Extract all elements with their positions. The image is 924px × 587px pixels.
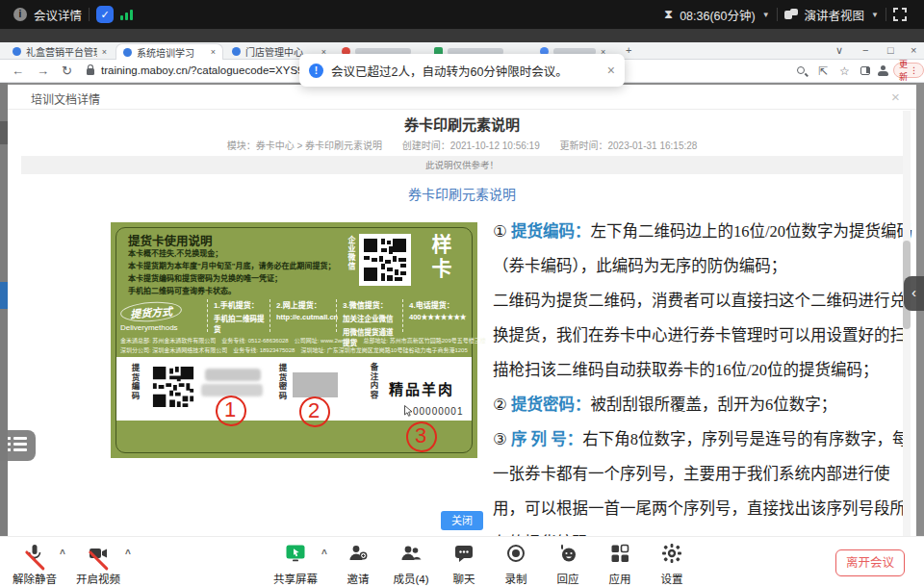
panel-collapse-handle[interactable]: ‹ <box>904 276 924 311</box>
security-shield-icon[interactable]: ✓ <box>96 6 114 23</box>
remark-label: 备注内容 <box>368 363 379 399</box>
card-usage-line: 手机拍二维码可查询券卡状态。 <box>128 285 236 295</box>
meeting-toolbar: 解除静音 ^ 开启视频 ^ 共享屏幕 ^ 邀请 <box>0 536 924 587</box>
browser-tab-2-active[interactable]: 系统培训学习 × <box>116 43 223 60</box>
left-sidebar-active-item[interactable] <box>0 282 8 309</box>
pickup-qr-code <box>149 363 197 411</box>
browser-tab-1[interactable]: 礼盒营销平台管理中心 × <box>6 43 114 60</box>
start-video-label: 开启视频 <box>67 571 129 586</box>
reaction-icon <box>557 550 578 567</box>
layout-view-icon <box>784 9 798 20</box>
point-2: ② 提货密码：被刮刮银所覆盖，刮开为6位数字； <box>493 388 918 422</box>
doc-meta: 模块：券卡中心 > 券卡印刷元素说明 创建时间：2021-10-12 10:56… <box>8 138 916 152</box>
forward-icon[interactable]: → <box>37 64 49 78</box>
shared-screen: 礼盒营销平台管理中心 × 系统培训学习 × 门店管理中心 × <box>0 29 924 536</box>
mark-3: 3 <box>408 423 433 448</box>
meeting-details-button[interactable]: i 会议详情 ✓ <box>13 0 133 29</box>
gear-icon <box>661 550 682 567</box>
window-close-icon[interactable]: × <box>911 44 916 56</box>
doc-updated: 更新时间：2023-01-31 16:15:28 <box>559 140 697 151</box>
mic-options-caret[interactable]: ^ <box>60 549 65 559</box>
scrollbar-track[interactable] <box>903 111 911 536</box>
card-sample-image: 提货卡使用说明 本卡概不挂失,不兑换现金； 本卡提货期为本年度"月中旬至"月底，… <box>111 222 477 458</box>
info-icon: i <box>13 8 27 21</box>
leave-meeting-button[interactable]: 离开会议 <box>835 549 905 576</box>
serial-number: 00000001 <box>404 405 464 417</box>
settings-button[interactable]: 设置 <box>641 543 703 586</box>
meeting-window: i 会议详情 ✓ ⧗ 08:36(60分钟) ▼ 演讲者视图 ▼ 礼盒营销平台管… <box>0 0 924 587</box>
chat-icon <box>453 550 475 567</box>
doc-title: 券卡印刷元素说明 <box>8 114 916 134</box>
profile-icon[interactable] <box>878 65 888 76</box>
modal-header: 培训文档详情 × <box>8 85 916 110</box>
card-usage-line: 本卡概不挂失,不兑换现金； <box>128 247 222 258</box>
update-button[interactable]: 更新 ⋮ <box>893 63 924 78</box>
timer-dropdown-icon[interactable]: ▼ <box>762 11 770 19</box>
share-screen-button[interactable]: 共享屏幕 <box>265 543 326 586</box>
camera-icon <box>88 550 109 567</box>
method-col-2: 2.网上提货：http://e.cutmall.cn <box>270 299 333 332</box>
window-minimize-icon[interactable]: − <box>862 44 868 56</box>
page-backdrop: 培训文档详情 × 券卡印刷元素说明 模块：券卡中心 > 券卡印刷元素说明 创建时… <box>0 83 924 536</box>
settings-label: 设置 <box>641 571 703 586</box>
window-maximize-icon[interactable]: □ <box>887 44 894 56</box>
doc-created: 创建时间：2021-10-12 10:56:19 <box>402 140 540 151</box>
toast-close-icon[interactable]: × <box>607 63 615 78</box>
new-tab-button[interactable]: + <box>626 44 631 56</box>
stamp-subtext: Deliverymethods <box>120 323 203 332</box>
bookmark-star-icon[interactable]: ☆ <box>839 64 850 78</box>
stamp-text: 提货方式 <box>119 300 182 323</box>
card-usage-line: 本卡提货编码和提货密码为兑换的唯一凭证； <box>128 272 282 283</box>
back-icon[interactable]: ← <box>12 64 24 78</box>
card-code-band: 提货编码 提货密码 备注内容 精品羊肉 00000001 1 <box>116 357 472 421</box>
share-options-caret[interactable]: ^ <box>321 549 327 559</box>
floating-list-widget[interactable] <box>0 430 36 461</box>
method-col-3: 3.微信提货：加关注企业微信用微信提货通道提货 <box>336 299 399 332</box>
view-dropdown-icon[interactable]: ▼ <box>871 11 879 19</box>
doc-module: 模块：券卡中心 > 券卡印刷元素说明 <box>227 140 382 151</box>
members-icon <box>400 550 422 567</box>
network-signal-icon[interactable] <box>120 9 133 20</box>
toast-text: 会议已超过2人，自动转为60分钟限时会议。 <box>331 62 568 80</box>
left-sidebar-sliver <box>0 83 8 536</box>
record-icon <box>505 550 526 567</box>
doc-notice-banner: 此说明仅供参考！ <box>21 156 903 174</box>
card-address-line2: 深圳分公司: 深圳金禾通网络技术有限公司 业务专线: 18923475028 深… <box>120 345 467 354</box>
meeting-toast: ! 会议已超过2人，自动转为60分钟限时会议。 × <box>299 54 625 87</box>
card-wechat-label: 企业微信 <box>346 236 356 270</box>
modal-close-icon[interactable]: × <box>891 89 900 105</box>
start-video-button[interactable]: 开启视频 <box>67 543 129 586</box>
training-doc-modal: 培训文档详情 × 券卡印刷元素说明 模块：券卡中心 > 券卡印刷元素说明 创建时… <box>8 85 916 536</box>
zoom-icon[interactable] <box>797 66 805 74</box>
lock-icon <box>87 68 94 75</box>
doc-section-link[interactable]: 券卡印刷元素说明 <box>8 184 916 203</box>
split-view-icon[interactable] <box>860 66 870 75</box>
unmute-label: 解除静音 <box>4 571 65 586</box>
tab-close-icon[interactable]: × <box>211 47 216 57</box>
modal-title: 培训文档详情 <box>31 90 100 107</box>
fullscreen-icon[interactable] <box>893 8 907 21</box>
favicon <box>13 47 21 56</box>
video-options-caret[interactable]: ^ <box>125 549 131 559</box>
reload-icon[interactable]: ↻ <box>62 64 72 78</box>
tab-title: 系统培训学习 <box>137 45 206 60</box>
meeting-details-label: 会议详情 <box>34 6 82 24</box>
favicon <box>232 47 241 56</box>
share-screen-icon <box>285 550 306 567</box>
hourglass-icon: ⧗ <box>664 7 673 22</box>
tab-title: 礼盒营销平台管理中心 <box>26 44 97 59</box>
point-1b: 二维码为提货二维码，消费者可以直接扫这个二维码进行兑换提货，我们在券卡中心进行券… <box>493 284 918 388</box>
doc-close-button[interactable]: 关闭 <box>441 511 483 530</box>
unmute-button[interactable]: 解除静音 <box>4 543 65 586</box>
kebab-icon: ⋮ <box>910 65 918 75</box>
share-icon[interactable]: ⇱ <box>818 64 828 78</box>
window-menu-icon[interactable]: ∨ <box>835 44 843 57</box>
pickup-password-label: 提货密码 <box>276 364 288 400</box>
meeting-topbar-right: ⧗ 08:36(60分钟) ▼ 演讲者视图 ▼ <box>664 0 907 29</box>
card-usage-line: 本卡提货期为本年度"月中旬至"月底，请务必在此期间提货； <box>128 260 336 270</box>
card-address-line1: 金禾通总部: 苏州金禾通软件有限公司 业务专线: 0512-68636028 公… <box>120 336 467 345</box>
update-label: 更新 <box>899 58 908 83</box>
view-mode-label[interactable]: 演讲者视图 <box>805 6 865 24</box>
tab-close-icon[interactable]: × <box>102 47 107 57</box>
meeting-timer: 08:36(60分钟) <box>680 6 756 24</box>
